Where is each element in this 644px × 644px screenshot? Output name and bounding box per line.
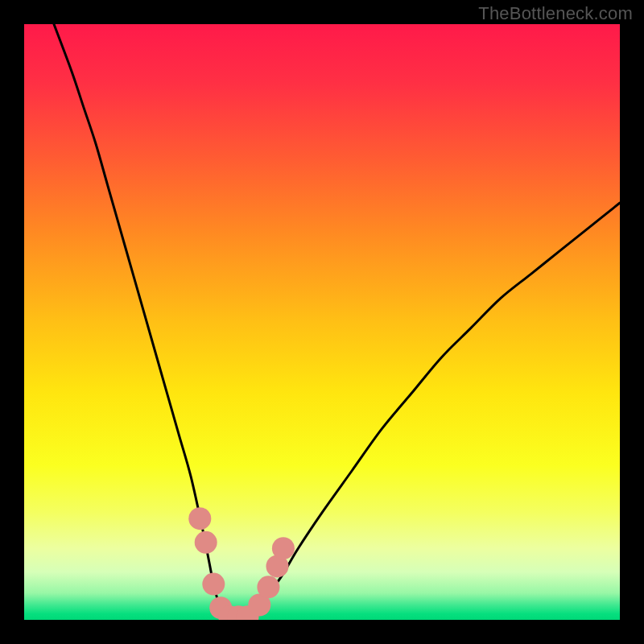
marker-dot [188,507,211,530]
highlight-markers [24,24,620,620]
watermark-text: TheBottleneck.com [478,3,633,24]
plot-area [24,24,620,620]
marker-dot [202,573,225,596]
chart-frame: TheBottleneck.com [0,0,644,644]
marker-dot [272,537,295,559]
marker-dot [257,576,279,598]
marker-dot [195,531,217,554]
